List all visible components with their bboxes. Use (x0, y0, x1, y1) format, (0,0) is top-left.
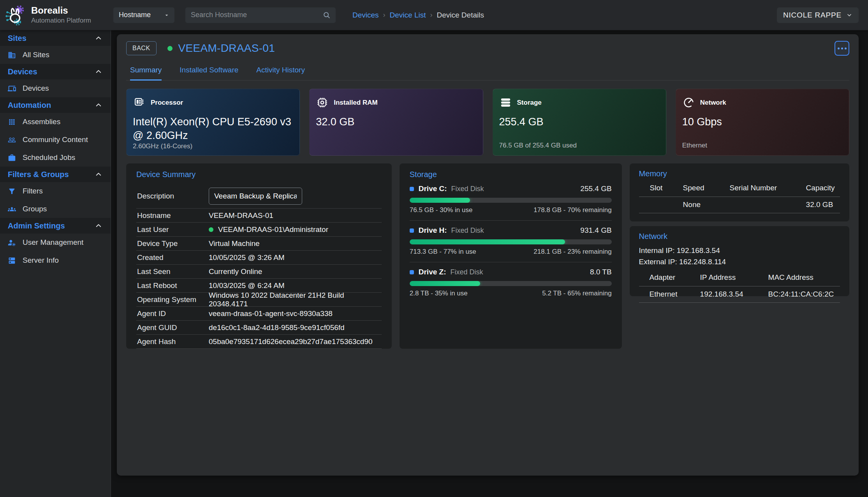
row-label: Last User (137, 225, 209, 234)
groups-icon (8, 205, 16, 213)
description-input[interactable] (209, 188, 302, 205)
breadcrumb-separator: › (383, 11, 386, 19)
memory-table: Slot Speed Serial Number Capacity None 3… (639, 184, 840, 213)
disk-stack-icon (499, 96, 512, 109)
section-label: Automation (8, 101, 51, 110)
sidebar-item-label: Assemblies (23, 118, 60, 126)
more-actions-button[interactable] (835, 41, 849, 56)
drive-h-row: Drive H: Fixed Disk 931.4 GB 713.3 GB - … (410, 221, 612, 262)
brand-subtitle: Automation Platform (31, 17, 91, 25)
chevron-up-icon (95, 102, 102, 109)
network-panel: Network Internal IP: 192.168.3.54 Extern… (630, 226, 849, 296)
drive-c-row: Drive C: Fixed Disk 255.4 GB 76.5 GB - 3… (410, 179, 612, 221)
network-header-adapter: Adapter (650, 273, 700, 286)
drive-usage-fill (410, 198, 470, 203)
memory-header-capacity: Capacity (806, 184, 840, 197)
rabbit-logo-icon (4, 4, 27, 27)
sidebar-item-assemblies[interactable]: Assemblies (0, 113, 111, 131)
drive-z-row: Drive Z: Fixed Disk 8.0 TB 2.8 TB - 35% … (410, 262, 612, 304)
row-label: Created (137, 253, 209, 262)
sidebar-item-groups[interactable]: Groups (0, 200, 111, 218)
drive-used-text: 713.3 GB - 77% in use (410, 248, 476, 256)
row-label: Last Seen (137, 267, 209, 276)
sidebar-item-all-sites[interactable]: All Sites (0, 46, 111, 64)
row-label: Hostname (137, 211, 209, 220)
search-icon[interactable] (322, 11, 331, 19)
summary-row-last-seen: Last Seen Currently Online (136, 265, 382, 279)
card-label: Network (700, 99, 726, 107)
drive-total: 8.0 TB (590, 268, 612, 276)
sidebar-item-server-info[interactable]: Server Info (0, 251, 111, 269)
funnel-icon (8, 187, 16, 195)
external-ip: External IP: 162.248.8.114 (639, 256, 840, 267)
search-input[interactable] (191, 11, 322, 19)
network-table: Adapter IP Address MAC Address Ethernet … (639, 273, 840, 303)
network-panel-title: Network (639, 232, 840, 241)
user-menu-button[interactable]: NICOLE RAPPE (777, 7, 859, 23)
row-label: Device Type (137, 239, 209, 248)
drive-bullet-icon (410, 270, 414, 274)
brand: Borealis Automation Platform (0, 4, 111, 27)
row-value: Virtual Machine (209, 239, 260, 248)
sidebar-item-devices[interactable]: Devices (0, 79, 111, 97)
sidebar-item-label: Groups (23, 205, 47, 213)
network-header-ip: IP Address (700, 273, 768, 286)
row-value: 10/03/2025 @ 6:24 AM (209, 281, 285, 290)
drive-usage-bar (410, 281, 612, 286)
processor-card: Processor Intel(R) Xeon(R) CPU E5-2690 v… (126, 89, 300, 156)
online-status-dot (167, 46, 173, 51)
chevron-up-icon (95, 35, 102, 42)
sidebar-item-filters[interactable]: Filters (0, 182, 111, 200)
breadcrumb-device-list[interactable]: Device List (390, 11, 426, 19)
drive-usage-fill (410, 281, 481, 286)
building-icon (8, 51, 16, 59)
network-row: Ethernet 192.168.3.54 BC:24:11:CA:C6:2C (639, 286, 840, 303)
device-header: BACK VEEAM-DRAAS-01 (126, 41, 849, 56)
storage-panel-title: Storage (410, 170, 612, 179)
sidebar-item-community-content[interactable]: Community Content (0, 131, 111, 149)
sidebar-item-scheduled-jobs[interactable]: Scheduled Jobs (0, 149, 111, 167)
back-button[interactable]: BACK (126, 41, 157, 55)
sidebar-item-user-management[interactable]: User Management (0, 234, 111, 251)
sidebar-item-label: Filters (23, 187, 43, 195)
chevron-down-icon (846, 12, 852, 18)
tab-activity-history[interactable]: Activity History (256, 66, 305, 80)
user-name: NICOLE RAPPE (783, 11, 842, 19)
sidebar-section-filters-groups[interactable]: Filters & Groups (0, 167, 111, 182)
ellipsis-icon (838, 47, 840, 49)
processor-footer: 2.60GHz (16-Cores) (133, 142, 292, 150)
row-value: 05ba0e7935171d626ecea29b27d7ae175363cd90 (209, 337, 373, 346)
cpu-icon (133, 96, 146, 109)
sidebar-section-automation[interactable]: Automation (0, 97, 111, 113)
tab-installed-software[interactable]: Installed Software (180, 66, 238, 80)
network-value: 10 Gbps (682, 115, 842, 129)
breadcrumb-devices[interactable]: Devices (352, 11, 379, 19)
user-gear-icon (8, 239, 16, 247)
row-value: 10/05/2025 @ 3:26 AM (209, 253, 285, 262)
search-box[interactable] (185, 7, 336, 23)
sidebar-section-devices[interactable]: Devices (0, 64, 111, 79)
briefcase-icon (8, 154, 16, 162)
memory-header-speed: Speed (683, 184, 730, 197)
detail-panels: Device Summary Description Hostname VEEA… (126, 163, 849, 349)
hostname-filter-dropdown[interactable]: Hostname (113, 7, 174, 23)
speedometer-icon (682, 96, 695, 109)
processor-value: Intel(R) Xeon(R) CPU E5-2690 v3 @ 2.60GH… (133, 115, 292, 142)
storage-card: Storage 255.4 GB 76.5 GB of 255.4 GB use… (493, 89, 666, 156)
drive-name: Drive H: (419, 226, 447, 235)
row-label: Agent Hash (137, 337, 209, 346)
topbar: Borealis Automation Platform Hostname De… (0, 0, 868, 30)
row-label: Operating System (137, 295, 209, 304)
stat-cards: Processor Intel(R) Xeon(R) CPU E5-2690 v… (126, 89, 849, 156)
drive-name: Drive Z: (419, 268, 446, 276)
memory-header-serial: Serial Number (730, 184, 806, 197)
section-label: Sites (8, 34, 26, 43)
sidebar-section-sites[interactable]: Sites (0, 30, 111, 46)
sidebar-section-admin-settings[interactable]: Admin Settings (0, 218, 111, 234)
drive-type: Fixed Disk (451, 227, 484, 235)
sidebar-item-label: Community Content (23, 135, 88, 144)
row-label: Agent ID (137, 309, 209, 318)
storage-footer: 76.5 GB of 255.4 GB used (499, 142, 659, 149)
drive-type: Fixed Disk (451, 185, 484, 193)
tab-summary[interactable]: Summary (130, 66, 162, 81)
